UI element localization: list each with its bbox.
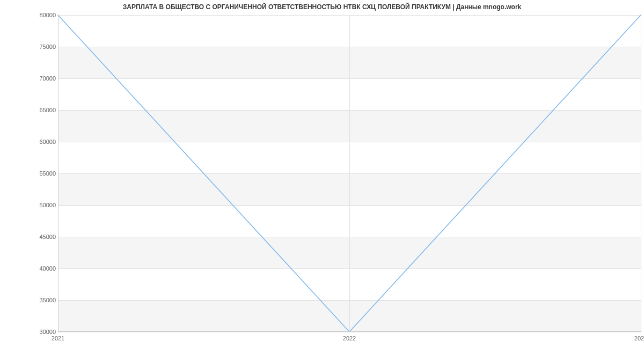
y-tick-label: 50000 (13, 202, 56, 208)
x-tick-label: 2023 (634, 335, 644, 341)
x-tick-label: 2022 (343, 335, 356, 341)
y-tick-label: 30000 (13, 329, 56, 335)
y-tick-label: 40000 (13, 265, 56, 272)
y-axis-line (58, 15, 58, 332)
y-tick-label: 65000 (13, 107, 56, 113)
plot-area (58, 15, 641, 332)
y-tick-label: 75000 (13, 43, 56, 50)
y-tick-label: 80000 (13, 12, 56, 18)
y-tick-label: 70000 (13, 75, 56, 82)
line-layer (58, 15, 641, 332)
chart-container: ЗАРПЛАТА В ОБЩЕСТВО С ОРГАНИЧЕННОЙ ОТВЕТ… (0, 0, 644, 349)
x-tick-label: 2021 (52, 335, 64, 341)
y-tick-label: 60000 (13, 139, 56, 145)
y-tick-label: 45000 (13, 234, 56, 240)
chart-title: ЗАРПЛАТА В ОБЩЕСТВО С ОРГАНИЧЕННОЙ ОТВЕТ… (0, 3, 644, 11)
series-line (58, 15, 641, 332)
y-tick-label: 55000 (13, 170, 56, 177)
y-tick-label: 35000 (13, 297, 56, 303)
x-axis-line (58, 331, 641, 332)
